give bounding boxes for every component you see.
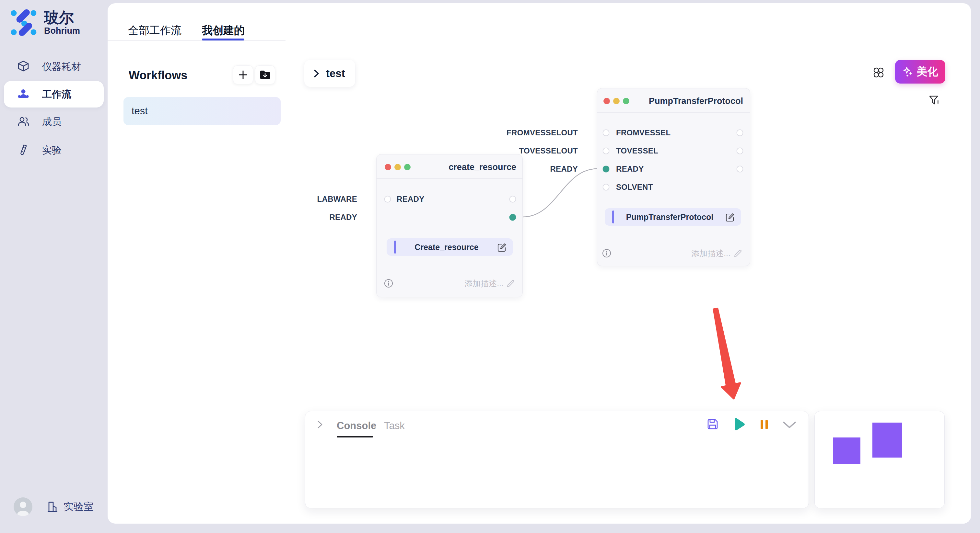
console-panel: Console Task bbox=[305, 411, 809, 508]
port-label: SOLVENT bbox=[616, 182, 653, 192]
chevron-down-icon[interactable] bbox=[782, 421, 797, 429]
console-tab-underline bbox=[337, 436, 373, 438]
output-port-ready[interactable] bbox=[509, 214, 516, 221]
pause-icon[interactable] bbox=[759, 419, 769, 430]
info-icon[interactable] bbox=[384, 279, 393, 288]
folder-download-icon bbox=[259, 70, 270, 80]
edge-create-to-pump[interactable] bbox=[523, 169, 598, 217]
lab-switcher-label[interactable]: 实验室 bbox=[64, 500, 94, 514]
sidebar-item-experiments[interactable]: 实验 bbox=[0, 136, 108, 165]
logo-subtitle: Bohrium bbox=[44, 26, 80, 36]
sidebar-item-label: 实验 bbox=[42, 144, 62, 157]
run-icon[interactable] bbox=[732, 417, 745, 431]
building-icon bbox=[45, 500, 60, 514]
node-action[interactable]: PumpTransferProtocol bbox=[605, 208, 741, 226]
input-port-solvent[interactable] bbox=[603, 184, 609, 191]
input-port-tovessel[interactable] bbox=[603, 148, 609, 154]
node-title: create_resource bbox=[449, 162, 516, 172]
bohrium-logo-icon bbox=[10, 8, 38, 36]
info-icon[interactable] bbox=[602, 249, 611, 258]
collapse-chevron-icon[interactable] bbox=[317, 420, 324, 429]
output-port-tovesselout[interactable] bbox=[737, 148, 743, 154]
traffic-dot-green bbox=[404, 164, 410, 170]
command-icon[interactable] bbox=[873, 67, 885, 78]
port-label: TOVESSEL bbox=[616, 146, 658, 155]
traffic-dot-yellow bbox=[613, 98, 620, 104]
description-placeholder[interactable]: 添加描述... bbox=[691, 248, 730, 259]
minimap[interactable] bbox=[815, 411, 945, 508]
traffic-dot-green bbox=[623, 98, 629, 104]
console-tab[interactable]: Console bbox=[337, 420, 376, 431]
breadcrumb[interactable]: test bbox=[304, 60, 355, 87]
plus-icon bbox=[237, 69, 248, 80]
traffic-dot-yellow bbox=[395, 164, 401, 170]
sparkles-icon bbox=[902, 67, 913, 78]
output-port-ready[interactable] bbox=[737, 166, 743, 173]
beautify-label: 美化 bbox=[917, 65, 938, 79]
description-placeholder[interactable]: 添加描述... bbox=[465, 278, 504, 289]
person-silhouette-icon bbox=[14, 497, 32, 516]
box-icon bbox=[16, 60, 30, 74]
node-header[interactable]: create_resource bbox=[377, 154, 522, 179]
avatar[interactable] bbox=[14, 497, 32, 516]
logo-title: 玻尔 bbox=[44, 9, 80, 26]
logo: 玻尔 Bohrium bbox=[10, 8, 80, 36]
port-label: READY bbox=[329, 213, 357, 222]
output-port-labware[interactable] bbox=[509, 196, 516, 203]
workflows-panel-title: Workflows bbox=[129, 69, 187, 82]
beautify-button[interactable]: 美化 bbox=[895, 60, 945, 84]
edit-icon[interactable] bbox=[725, 212, 735, 222]
port-label: LABWARE bbox=[317, 195, 357, 204]
node-title: PumpTransferProtocol bbox=[649, 96, 743, 106]
tab-created-by-me[interactable]: 我创建的 bbox=[202, 23, 245, 38]
sidebar-item-members[interactable]: 成员 bbox=[0, 108, 108, 136]
traffic-dot-red bbox=[385, 164, 391, 170]
workflow-name: test bbox=[132, 105, 148, 117]
chevron-right-icon bbox=[313, 69, 320, 78]
pencil-icon[interactable] bbox=[733, 249, 743, 258]
save-icon[interactable] bbox=[707, 418, 719, 430]
tab-all-workflows[interactable]: 全部工作流 bbox=[128, 23, 181, 38]
port-label: TOVESSELOUT bbox=[519, 146, 578, 155]
filter-icon[interactable] bbox=[929, 95, 940, 106]
minimap-node bbox=[872, 423, 902, 458]
node-header[interactable]: PumpTransferProtocol bbox=[597, 89, 750, 113]
members-icon bbox=[16, 115, 30, 129]
sidebar-item-label: 仪器耗材 bbox=[42, 60, 81, 73]
node-pump-transfer-protocol[interactable]: PumpTransferProtocol FROMVESSEL FROMVESS… bbox=[597, 88, 750, 266]
port-label: READY bbox=[616, 165, 644, 174]
add-workflow-button[interactable] bbox=[233, 65, 253, 84]
top-tabbar: 全部工作流 我创建的 bbox=[108, 3, 971, 41]
workflow-icon bbox=[16, 87, 30, 102]
breadcrumb-label: test bbox=[326, 67, 345, 80]
minimap-node bbox=[833, 438, 861, 464]
sidebar-item-instruments[interactable]: 仪器耗材 bbox=[0, 52, 108, 81]
workflow-list-item[interactable]: test bbox=[124, 97, 281, 125]
workflows-panel: Workflows test bbox=[108, 40, 286, 513]
action-label: PumpTransferProtocol bbox=[614, 213, 725, 222]
port-label: READY bbox=[397, 195, 425, 204]
test-tube-icon bbox=[16, 143, 30, 157]
sidebar-menu: 仪器耗材 工作流 成员 bbox=[0, 52, 108, 165]
port-label: FROMVESSELOUT bbox=[506, 128, 578, 137]
workflow-canvas[interactable]: test create_resource READY LABWARE READY… bbox=[285, 40, 971, 523]
sidebar: 玻尔 Bohrium 仪器耗材 工作流 bbox=[0, 0, 108, 533]
input-port-ready[interactable] bbox=[603, 166, 609, 173]
port-label: FROMVESSEL bbox=[616, 128, 670, 137]
input-port-fromvessel[interactable] bbox=[603, 130, 609, 136]
task-tab[interactable]: Task bbox=[384, 420, 405, 431]
sidebar-item-label: 成员 bbox=[42, 115, 62, 128]
output-port-fromvesselout[interactable] bbox=[737, 130, 743, 136]
import-workflow-button[interactable] bbox=[255, 65, 275, 84]
node-create-resource[interactable]: create_resource READY LABWARE READY Crea… bbox=[376, 154, 523, 297]
action-label: Create_resource bbox=[396, 243, 497, 252]
node-action[interactable]: Create_resource bbox=[387, 238, 513, 256]
input-port-ready[interactable] bbox=[384, 196, 391, 203]
traffic-dot-red bbox=[603, 98, 610, 104]
edit-icon[interactable] bbox=[497, 242, 507, 252]
main-content-card: 全部工作流 我创建的 Workflows test bbox=[108, 3, 971, 523]
sidebar-item-label: 工作流 bbox=[42, 88, 71, 101]
pencil-icon[interactable] bbox=[506, 279, 515, 288]
sidebar-item-workflow[interactable]: 工作流 bbox=[4, 81, 104, 108]
sidebar-footer: 实验室 bbox=[14, 497, 94, 516]
